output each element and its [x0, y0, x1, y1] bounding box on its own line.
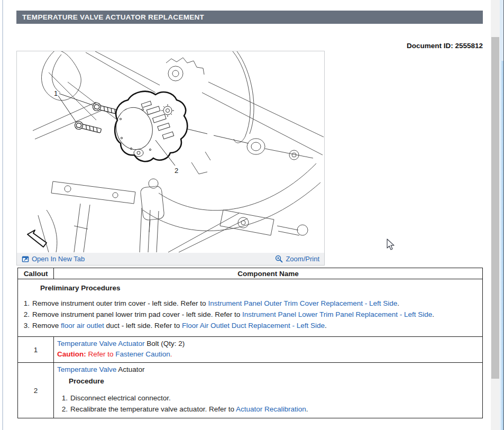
list-item: 2. Remove instrument panel lower trim pa… [21, 309, 479, 320]
image-toolbar: Open In New Tab Zoom/Print [17, 253, 324, 265]
list-number: 1. [21, 298, 30, 309]
table-header-row: Callout Component Name [18, 268, 483, 279]
diagram-callout-2: 2 [175, 167, 178, 175]
component-name-line: Temperature Valve Actuator [57, 364, 479, 375]
diagram-callout-1: 1 [54, 89, 58, 97]
procedure-steps-list: 1. Disconnect electrical connector. 2. R… [60, 393, 479, 415]
component-name-header: Component Name [54, 268, 483, 279]
list-item: 1. Remove instrument outer trim cover - … [21, 298, 479, 309]
fastener-caution-link[interactable]: Fastener Caution [115, 350, 170, 358]
section-title-bar: TEMPERATURE VALVE ACTUATOR REPLACEMENT [16, 11, 483, 24]
actuator-body [112, 92, 187, 162]
list-text: Remove floor air outlet duct - left side… [32, 321, 327, 331]
list-item: 2. Recalibrate the temperature valve act… [60, 404, 479, 415]
list-text: Remove instrument outer trim cover - lef… [32, 298, 399, 309]
preliminary-procedures-row: Preliminary Procedures 1. Remove instrum… [18, 279, 483, 337]
open-in-new-tab-label: Open In New Tab [32, 255, 85, 263]
list-item: 3. Remove floor air outlet duct - left s… [21, 321, 479, 331]
illustration-panel: 1 2 Open In New Tab Zoom/Print [16, 51, 325, 266]
callout-header: Callout [18, 268, 54, 279]
screw-lower [74, 121, 102, 135]
preliminary-procedures-heading: Preliminary Procedures [40, 283, 479, 294]
list-number: 1. [60, 393, 68, 404]
table-row-callout-2: 2 Temperature Valve Actuator Procedure 1… [18, 363, 483, 418]
preliminary-procedures-list: 1. Remove instrument outer trim cover - … [21, 298, 479, 331]
callout-number: 2 [18, 363, 54, 418]
floor-air-outlet-duct-replacement-link[interactable]: Floor Air Outlet Duct Replacement - Left… [182, 322, 325, 330]
list-text: Disconnect electrical connector. [70, 393, 171, 404]
table-row-callout-1: 1 Temperature Valve Actuator Bolt (Qty: … [18, 337, 483, 363]
vertical-scrollbar-thumb[interactable] [491, 37, 499, 379]
list-number: 3. [21, 321, 30, 331]
page-title: TEMPERATURE VALVE ACTUATOR REPLACEMENT [22, 13, 204, 21]
component-table: Callout Component Name Preliminary Proce… [17, 268, 483, 418]
zoom-print-link[interactable]: Zoom/Print [275, 255, 319, 263]
open-in-new-tab-link[interactable]: Open In New Tab [22, 255, 85, 263]
list-text: Recalibrate the temperature valve actuat… [70, 404, 308, 415]
list-number: 2. [60, 404, 68, 415]
page-left-border [2, 0, 3, 430]
technical-diagram: 1 2 [17, 51, 324, 253]
component-name-line: Temperature Valve Actuator Bolt (Qty: 2) [57, 338, 479, 349]
lower-trim-panel-replacement-link[interactable]: Instrument Panel Lower Trim Panel Replac… [242, 310, 432, 318]
list-text: Remove instrument panel lower trim pad c… [32, 309, 434, 320]
open-in-new-tab-icon [22, 255, 29, 263]
caution-line: Caution: Refer to Fastener Caution. [57, 349, 479, 360]
actuator-recalibration-link[interactable]: Actuator Recalibration [236, 405, 306, 413]
procedure-heading: Procedure [69, 376, 479, 387]
list-item: 1. Disconnect electrical connector. [60, 393, 479, 404]
list-number: 2. [21, 309, 30, 320]
zoom-print-label: Zoom/Print [286, 255, 319, 263]
callout-number: 1 [18, 337, 54, 363]
magnifier-plus-icon [275, 255, 283, 263]
vertical-scrollbar-track[interactable] [491, 0, 500, 430]
temperature-valve-actuator-link[interactable]: Temperature Valve Actuator [57, 340, 145, 347]
direction-arrow-icon [28, 230, 47, 247]
caution-label: Caution: [57, 350, 86, 358]
document-id: Document ID: 2555812 [407, 42, 483, 50]
temperature-valve-link[interactable]: Temperature Valve [57, 365, 116, 373]
mouse-cursor [387, 239, 396, 251]
outer-trim-cover-replacement-link[interactable]: Instrument Panel Outer Trim Cover Replac… [208, 299, 397, 307]
floor-air-outlet-link[interactable]: floor air outlet [61, 322, 104, 330]
